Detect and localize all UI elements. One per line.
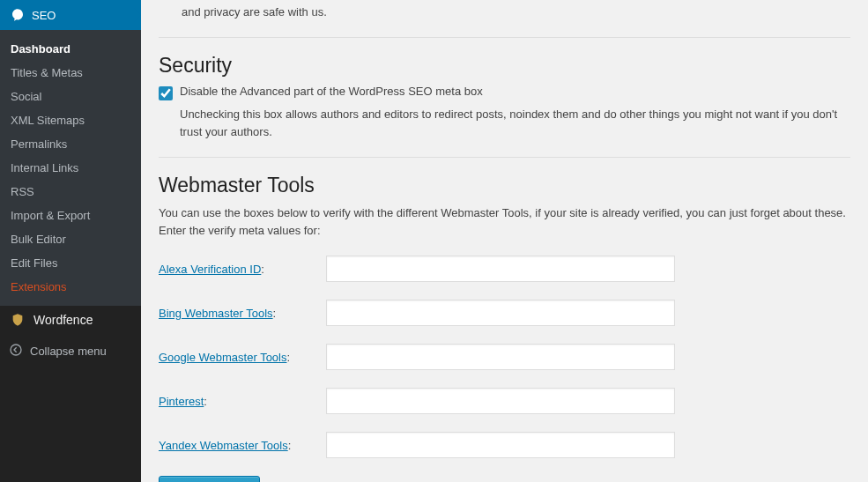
intro-text-fragment: and privacy are safe with us. xyxy=(159,0,850,21)
security-checkbox-row: Disable the Advanced part of the WordPre… xyxy=(159,85,850,100)
save-changes-button[interactable]: Save Changes xyxy=(159,476,260,482)
collapse-menu-button[interactable]: Collapse menu xyxy=(0,336,141,367)
security-disable-advanced-checkbox[interactable] xyxy=(159,86,173,100)
submenu-item-internal-links[interactable]: Internal Links xyxy=(0,156,141,180)
submenu-item-dashboard[interactable]: Dashboard xyxy=(0,37,141,61)
main-content: and privacy are safe with us. Security D… xyxy=(141,0,868,482)
yoast-icon xyxy=(11,8,25,22)
sidebar-item-wordfence[interactable]: Wordfence xyxy=(0,306,141,334)
webmaster-tools-form: Alexa Verification ID: Bing Webmaster To… xyxy=(159,256,850,458)
webmaster-tools-heading: Webmaster Tools xyxy=(159,174,850,197)
sidebar-seo-label: SEO xyxy=(32,9,56,22)
collapse-menu-label: Collapse menu xyxy=(30,345,107,358)
submenu-item-xml-sitemaps[interactable]: XML Sitemaps xyxy=(0,108,141,132)
field-row-google: Google Webmaster Tools: xyxy=(159,344,850,370)
pinterest-link[interactable]: Pinterest xyxy=(159,395,204,408)
alexa-input[interactable] xyxy=(326,256,675,282)
submenu-item-social[interactable]: Social xyxy=(0,85,141,108)
field-row-alexa: Alexa Verification ID: xyxy=(159,256,850,282)
google-input[interactable] xyxy=(326,344,675,370)
submenu-item-edit-files[interactable]: Edit Files xyxy=(0,251,141,275)
security-checkbox-label: Disable the Advanced part of the WordPre… xyxy=(180,85,483,98)
pinterest-input[interactable] xyxy=(326,388,675,414)
google-link[interactable]: Google Webmaster Tools xyxy=(159,351,286,364)
field-row-bing: Bing Webmaster Tools: xyxy=(159,300,850,326)
svg-point-0 xyxy=(11,345,21,355)
bing-input[interactable] xyxy=(326,300,675,326)
yandex-link[interactable]: Yandex Webmaster Tools xyxy=(159,439,288,452)
alexa-link[interactable]: Alexa Verification ID xyxy=(159,263,261,276)
submenu-item-rss[interactable]: RSS xyxy=(0,180,141,204)
collapse-icon xyxy=(9,343,23,360)
webmaster-tools-intro: You can use the boxes below to verify wi… xyxy=(159,204,850,240)
submenu-item-titles-metas[interactable]: Titles & Metas xyxy=(0,61,141,85)
divider xyxy=(159,37,850,38)
shield-icon xyxy=(9,313,26,327)
sidebar-seo-submenu: Dashboard Titles & Metas Social XML Site… xyxy=(0,30,141,306)
submenu-item-bulk-editor[interactable]: Bulk Editor xyxy=(0,227,141,251)
bing-link[interactable]: Bing Webmaster Tools xyxy=(159,307,273,320)
security-heading: Security xyxy=(159,54,850,78)
yandex-input[interactable] xyxy=(326,432,675,458)
sidebar-seo-header[interactable]: SEO xyxy=(0,0,141,30)
submenu-item-extensions[interactable]: Extensions xyxy=(0,275,141,299)
field-row-pinterest: Pinterest: xyxy=(159,388,850,414)
admin-sidebar: SEO Dashboard Titles & Metas Social XML … xyxy=(0,0,141,482)
security-description: Unchecking this box allows authors and e… xyxy=(180,106,850,141)
divider xyxy=(159,157,850,158)
submenu-item-import-export[interactable]: Import & Export xyxy=(0,204,141,227)
submenu-item-permalinks[interactable]: Permalinks xyxy=(0,132,141,156)
field-row-yandex: Yandex Webmaster Tools: xyxy=(159,432,850,458)
sidebar-item-label: Wordfence xyxy=(33,313,93,327)
